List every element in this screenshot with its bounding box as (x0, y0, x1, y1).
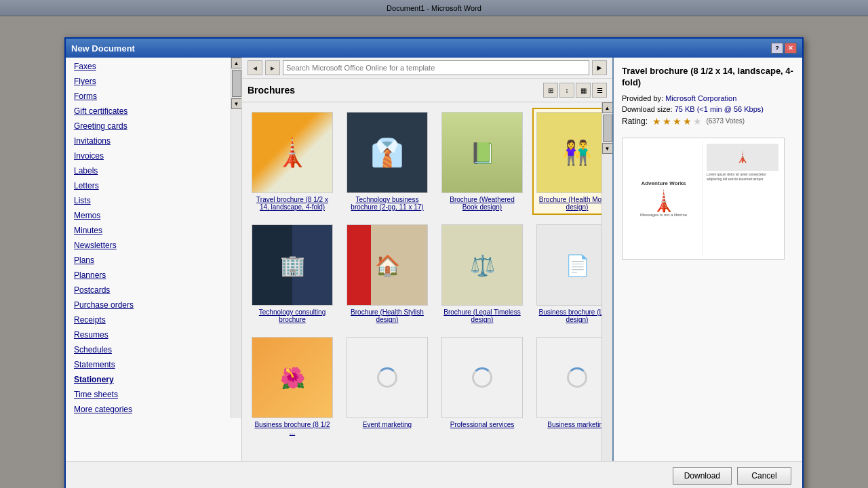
template-thumb-2: 👔 (347, 112, 428, 193)
template-item-1[interactable]: 🗼Travel brochure (8 1/2 x 14, landscape,… (248, 108, 337, 215)
section-header: Brochures ⊞ ↕ ▦ ☰ (242, 79, 612, 102)
forward-button[interactable]: ► (265, 60, 280, 75)
template-thumb-9: 🌺 (252, 337, 333, 418)
sidebar-item-statements[interactable]: Statements (66, 357, 231, 372)
template-thumb-3: 📗 (441, 112, 523, 193)
sidebar-item-faxes[interactable]: Faxes (66, 59, 231, 74)
star-4: ★ (683, 116, 692, 127)
rating-row: Rating: ★ ★ ★ ★ ★ (6373 Votes) (622, 116, 794, 127)
sidebar-item-plans[interactable]: Plans (66, 253, 231, 268)
star-3: ★ (673, 116, 682, 127)
sidebar-item-minutes[interactable]: Minutes (66, 223, 231, 238)
download-button[interactable]: Download (673, 467, 732, 485)
sidebar-item-lists[interactable]: Lists (66, 193, 231, 208)
view-button-1[interactable]: ▦ (576, 83, 591, 98)
back-button[interactable]: ◄ (248, 60, 262, 75)
cancel-button[interactable]: Cancel (737, 467, 791, 485)
dialog-help-button[interactable]: ? (771, 43, 783, 54)
dialog-body: FaxesFlyersFormsGift certificatesGreetin… (66, 58, 802, 461)
search-go-button[interactable]: ► (592, 60, 607, 75)
sort-button-2[interactable]: ↕ (559, 83, 574, 98)
template-thumb-4: 👫 (536, 112, 601, 193)
sidebar-item-stationery[interactable]: Stationery (66, 372, 231, 387)
sidebar-item-flyers[interactable]: Flyers (66, 74, 231, 89)
sidebar-scroll-container: FaxesFlyersFormsGift certificatesGreetin… (66, 58, 241, 418)
grid-scroll-thumb[interactable] (603, 115, 612, 142)
template-thumb-7: ⚖️ (441, 224, 523, 306)
template-label-10: Event marketing (363, 421, 412, 428)
sidebar-item-invitations[interactable]: Invitations (66, 134, 231, 148)
template-label-12: Business marketing (547, 421, 601, 428)
sidebar-item-labels[interactable]: Labels (66, 163, 231, 178)
template-item-9[interactable]: 🌺Business brochure (8 1/2 ... (248, 333, 337, 440)
template-item-5[interactable]: 🏢Technology consulting brochure (248, 220, 337, 327)
template-thumb-11 (441, 337, 523, 418)
template-thumb-8: 📄 (536, 224, 601, 306)
template-item-4[interactable]: 👫Brochure (Health Modern design) (532, 108, 601, 215)
dialog-title: New Document (71, 43, 135, 54)
template-item-10[interactable]: Event marketing (342, 333, 432, 440)
sidebar-item-postcards[interactable]: Postcards (66, 283, 231, 298)
template-grid: 🗼Travel brochure (8 1/2 x 14, landscape,… (242, 102, 601, 461)
grid-scroll-up[interactable]: ▲ (602, 102, 613, 113)
search-input[interactable] (283, 60, 589, 75)
template-item-7[interactable]: ⚖️Brochure (Legal Timeless design) (437, 220, 527, 327)
sidebar-scroll-down[interactable]: ▼ (231, 98, 242, 109)
template-thumb-10 (347, 337, 428, 418)
back-icon: ◄ (252, 64, 258, 72)
sidebar-list: FaxesFlyersFormsGift certificatesGreetin… (66, 58, 231, 418)
content-toolbar: ◄ ► ► (242, 58, 612, 79)
sidebar-scrollbar: ▲ ▼ (231, 58, 241, 418)
dialog-close-button[interactable]: ✕ (785, 43, 797, 54)
sidebar-item-resumes[interactable]: Resumes (66, 327, 231, 342)
sidebar-item-planners[interactable]: Planners (66, 268, 231, 283)
template-item-12[interactable]: Business marketing (532, 333, 601, 440)
sidebar-item-newsletters[interactable]: Newsletters (66, 238, 231, 253)
template-item-2[interactable]: 👔Technology business brochure (2-pg, 11 … (342, 108, 432, 215)
grid-scroll-down[interactable]: ▼ (602, 143, 613, 154)
sidebar-item-memos[interactable]: Memos (66, 208, 231, 223)
template-thumb-1: 🗼 (252, 112, 333, 193)
sidebar-item-more-categories[interactable]: More categories (66, 402, 231, 417)
sidebar-scroll-up[interactable]: ▲ (231, 58, 242, 68)
dialog-footer: Download Cancel (66, 461, 802, 488)
loading-spinner-10 (377, 367, 397, 388)
template-label-6: Brochure (Health Stylish design) (347, 308, 428, 323)
view-button-2[interactable]: ☰ (592, 83, 607, 98)
sidebar-item-receipts[interactable]: Receipts (66, 312, 231, 327)
star-1: ★ (652, 116, 661, 127)
sidebar-item-invoices[interactable]: Invoices (66, 148, 231, 163)
dialog-titlebar: New Document ? ✕ (66, 39, 802, 58)
template-item-6[interactable]: 🏠Brochure (Health Stylish design) (342, 220, 432, 327)
view-buttons: ⊞ ↕ ▦ ☰ (543, 83, 607, 98)
preview-eiffel-icon: 🗼 (651, 189, 676, 213)
sidebar-item-letters[interactable]: Letters (66, 178, 231, 193)
preview-tagline: Messages is not a lifetime (640, 213, 687, 217)
template-thumb-5: 🏢 (252, 224, 333, 306)
download-value: 75 KB (<1 min @ 56 Kbps) (675, 105, 764, 113)
provided-value: Microsoft Corporation (665, 94, 736, 102)
sidebar-scroll-thumb[interactable] (232, 70, 241, 97)
star-2: ★ (663, 116, 671, 127)
dialog-title-buttons: ? ✕ (771, 43, 797, 54)
loading-spinner-11 (472, 367, 492, 388)
sidebar-item-schedules[interactable]: Schedules (66, 342, 231, 357)
sidebar-item-greeting-cards[interactable]: Greeting cards (66, 119, 231, 134)
sidebar-item-gift-certificates[interactable]: Gift certificates (66, 104, 231, 119)
template-item-3[interactable]: 📗Brochure (Weathered Book design) (437, 108, 527, 215)
template-area: 🗼Travel brochure (8 1/2 x 14, landscape,… (242, 102, 612, 461)
sort-button-1[interactable]: ⊞ (543, 83, 558, 98)
preview-image: Adventure Works 🗼 Messages is not a life… (622, 138, 785, 260)
sidebar-item-purchase-orders[interactable]: Purchase orders (66, 298, 231, 312)
panel-download-size: Download size: 75 KB (<1 min @ 56 Kbps) (622, 105, 794, 113)
template-item-11[interactable]: Professional services (437, 333, 527, 440)
sidebar-item-time-sheets[interactable]: Time sheets (66, 387, 231, 402)
panel-title: Travel brochure (8 1/2 x 14, landscape, … (622, 66, 794, 89)
template-item-8[interactable]: 📄Business brochure (Level design) (532, 220, 601, 327)
section-title: Brochures (248, 85, 295, 96)
template-label-3: Brochure (Weathered Book design) (441, 196, 523, 211)
sidebar-item-forms[interactable]: Forms (66, 89, 231, 104)
preview-company: Adventure Works (641, 180, 686, 186)
template-label-2: Technology business brochure (2-pg, 11 x… (347, 196, 428, 211)
main-content: ◄ ► ► Brochures ⊞ ↕ ▦ ☰ (242, 58, 612, 461)
